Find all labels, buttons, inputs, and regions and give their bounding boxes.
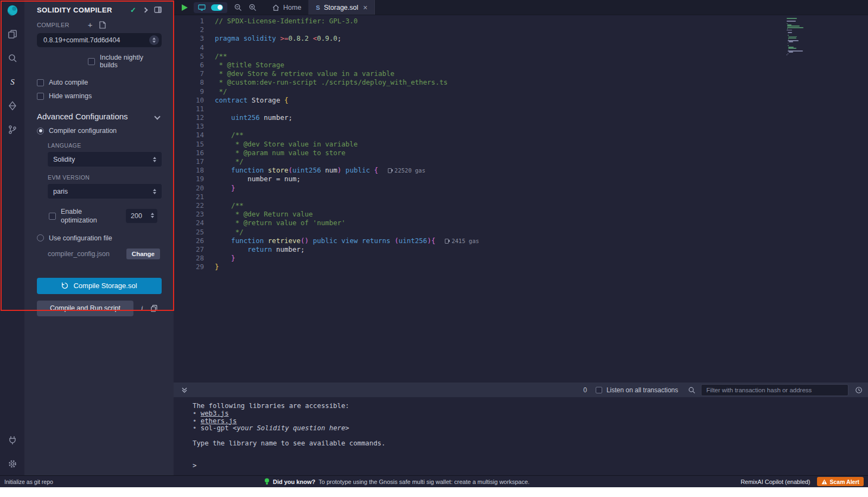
monitor-icon[interactable] xyxy=(198,4,206,11)
version-spinner-icon[interactable] xyxy=(149,35,159,45)
git-icon[interactable] xyxy=(7,124,18,136)
hide-warnings-checkbox[interactable] xyxy=(37,93,44,100)
copilot-status[interactable]: RemixAI Copilot (enabled) xyxy=(741,479,810,485)
run-script-play-icon[interactable] xyxy=(181,4,188,11)
gas-estimate-badge[interactable]: 22520 gas xyxy=(388,167,425,174)
editor-topbar: Home S Storage.sol × xyxy=(174,0,868,15)
language-label: LANGUAGE xyxy=(48,142,162,149)
deploy-run-icon[interactable] xyxy=(7,100,18,112)
add-compiler-icon[interactable]: + xyxy=(88,21,93,29)
terminal-library-link[interactable]: web3.js xyxy=(201,410,229,417)
info-icon[interactable]: i xyxy=(141,304,143,313)
minimap-line xyxy=(787,26,800,27)
terminal-line xyxy=(193,432,868,440)
close-tab-icon[interactable]: × xyxy=(363,3,367,12)
copy-icon[interactable] xyxy=(151,305,157,312)
enable-optimization-checkbox[interactable] xyxy=(49,213,56,220)
tab-storage-sol[interactable]: S Storage.sol × xyxy=(309,0,375,15)
code-line[interactable]: 12 uint256 number; xyxy=(174,113,868,122)
compiler-configuration-radio[interactable] xyxy=(37,128,44,135)
config-file-row: compiler_config.json Change xyxy=(48,248,162,259)
advanced-configurations-header[interactable]: Advanced Configurations xyxy=(37,112,162,121)
code-line[interactable]: 27 return number; xyxy=(174,245,868,254)
remix-logo[interactable] xyxy=(7,4,18,16)
code-line[interactable]: 25 */ xyxy=(174,228,868,237)
code-line[interactable]: 22 /** xyxy=(174,201,868,210)
spinner-icon[interactable] xyxy=(151,213,154,218)
chevron-right-icon[interactable] xyxy=(143,7,148,12)
search-icon[interactable] xyxy=(7,52,18,64)
minimap-line xyxy=(787,27,804,28)
code-line[interactable]: 17 */ xyxy=(174,157,868,166)
change-config-button[interactable]: Change xyxy=(126,248,160,259)
minimap-line xyxy=(787,28,788,29)
editor-tools-group xyxy=(194,2,227,13)
code-line[interactable]: 5/** xyxy=(174,52,868,61)
optimization-row: Enable optimization xyxy=(49,207,162,225)
chevron-down-icon[interactable] xyxy=(154,113,160,119)
code-line[interactable]: 14 /** xyxy=(174,131,868,139)
code-line[interactable]: 21 xyxy=(174,193,868,201)
code-line[interactable]: 18 function store(uint256 num) public {2… xyxy=(174,166,868,175)
terminal-search-icon[interactable] xyxy=(688,386,695,394)
advanced-configurations-title: Advanced Configurations xyxy=(37,112,128,121)
code-editor[interactable]: 1// SPDX-License-Identifier: GPL-3.023pr… xyxy=(174,15,868,383)
listen-transactions-checkbox[interactable] xyxy=(596,387,602,393)
code-line[interactable]: 16 * @param num value to store xyxy=(174,149,868,157)
code-line[interactable]: 15 * @dev Store value in variable xyxy=(174,140,868,149)
code-line[interactable]: 3pragma solidity >=0.8.2 <0.9.0; xyxy=(174,34,868,43)
code-line[interactable]: 24 * @return value of 'number' xyxy=(174,219,868,227)
code-line[interactable]: 19 number = num; xyxy=(174,175,868,183)
code-line[interactable]: 26 function retrieve() public view retur… xyxy=(174,237,868,245)
language-select[interactable]: Solidity xyxy=(48,152,162,167)
settings-icon[interactable] xyxy=(7,458,18,470)
git-init-status[interactable]: Initialize as git repo xyxy=(0,479,53,485)
code-line[interactable]: 2 xyxy=(174,26,868,34)
nightly-builds-checkbox[interactable] xyxy=(88,58,95,65)
terminal-prompt[interactable]: > xyxy=(193,462,868,470)
code-line[interactable]: 6 * @title Storage xyxy=(174,61,868,69)
transaction-filter-input[interactable] xyxy=(701,384,848,396)
tab-home[interactable]: Home xyxy=(265,0,309,15)
evm-version-select[interactable]: paris xyxy=(48,184,162,199)
code-line[interactable]: 20 } xyxy=(174,184,868,193)
panel-layout-icon[interactable] xyxy=(154,7,162,13)
zoom-in-icon[interactable] xyxy=(248,3,257,11)
scam-alert-badge[interactable]: Scam Alert xyxy=(817,477,864,486)
toggle-switch-icon[interactable] xyxy=(211,4,223,11)
collapse-terminal-icon[interactable] xyxy=(181,387,188,393)
minimap-line xyxy=(787,18,797,19)
compile-button[interactable]: Compile Storage.sol xyxy=(37,278,162,294)
code-line[interactable]: 7 * @dev Store & retrieve value in a var… xyxy=(174,69,868,78)
code-line[interactable]: 8 * @custom:dev-run-script ./scripts/dep… xyxy=(174,78,868,87)
gas-estimate-badge[interactable]: 2415 gas xyxy=(445,238,479,244)
file-explorer-icon[interactable] xyxy=(7,28,18,40)
code-line[interactable]: 1// SPDX-License-Identifier: GPL-3.0 xyxy=(174,17,868,26)
code-line[interactable]: 13 xyxy=(174,122,868,131)
use-configuration-file-radio[interactable] xyxy=(37,234,44,241)
code-line[interactable]: 23 * @dev Return value xyxy=(174,210,868,219)
terminal-output[interactable]: The following libraries are accessible:•… xyxy=(174,397,868,475)
editor-minimap[interactable] xyxy=(787,18,826,67)
auto-compile-checkbox[interactable] xyxy=(37,79,44,86)
compiler-version-select[interactable]: 0.8.19+commit.7dd6d404 xyxy=(37,33,162,47)
refresh-icon xyxy=(61,282,68,289)
compile-and-run-button[interactable]: Compile and Run script xyxy=(37,301,133,316)
line-number: 26 xyxy=(174,237,204,245)
solidity-compiler-icon[interactable]: S xyxy=(7,76,18,88)
minimap-line xyxy=(788,39,789,40)
zoom-out-icon[interactable] xyxy=(234,3,242,11)
code-line[interactable]: 10contract Storage { xyxy=(174,96,868,105)
code-line[interactable]: 4 xyxy=(174,43,868,52)
open-file-icon[interactable] xyxy=(99,21,106,29)
plugin-manager-icon[interactable] xyxy=(7,434,18,446)
nightly-builds-row: Include nightly builds xyxy=(88,54,162,69)
config-file-name: compiler_config.json xyxy=(48,250,110,258)
code-line[interactable]: 9 */ xyxy=(174,87,868,96)
terminal-library-link[interactable]: ethers.js xyxy=(201,417,237,425)
code-line[interactable]: 28 } xyxy=(174,254,868,263)
evm-version-value: paris xyxy=(53,188,68,195)
history-clock-icon[interactable] xyxy=(855,386,863,394)
code-line[interactable]: 29} xyxy=(174,263,868,271)
code-line[interactable]: 11 xyxy=(174,105,868,113)
